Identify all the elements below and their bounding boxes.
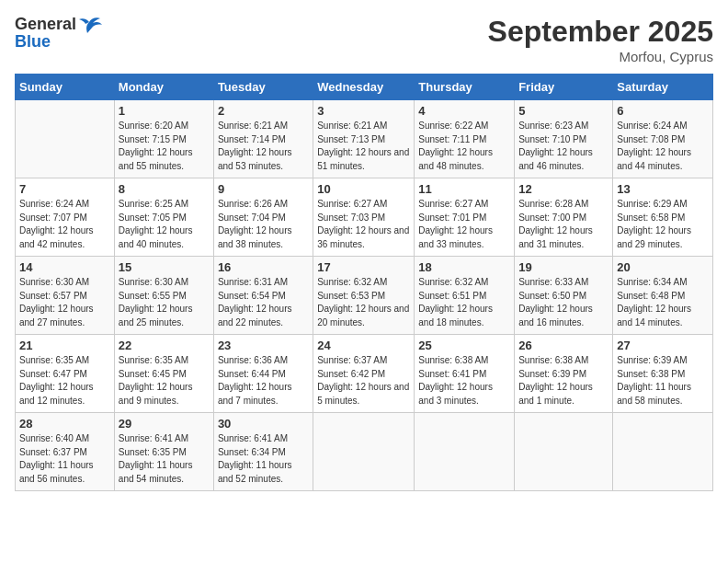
calendar-cell: 15Sunrise: 6:30 AMSunset: 6:55 PMDayligh… — [114, 257, 213, 335]
sunset-text: Sunset: 7:14 PM — [218, 133, 309, 147]
day-info: Sunrise: 6:35 AMSunset: 6:45 PMDaylight:… — [119, 354, 210, 408]
day-info: Sunrise: 6:26 AMSunset: 7:04 PMDaylight:… — [218, 198, 309, 251]
calendar-cell — [613, 413, 713, 491]
daylight-text: Daylight: 12 hours and 9 minutes. — [119, 381, 210, 408]
sunset-text: Sunset: 6:47 PM — [19, 368, 110, 382]
day-number: 27 — [617, 339, 709, 352]
day-number: 23 — [218, 339, 309, 352]
sunrise-text: Sunrise: 6:29 AM — [617, 198, 709, 212]
sunrise-text: Sunrise: 6:32 AM — [317, 276, 410, 290]
day-info: Sunrise: 6:37 AMSunset: 6:42 PMDaylight:… — [317, 354, 410, 408]
calendar-cell: 2Sunrise: 6:21 AMSunset: 7:14 PMDaylight… — [213, 100, 313, 178]
calendar-cell: 28Sunrise: 6:40 AMSunset: 6:37 PMDayligh… — [16, 413, 115, 491]
day-info: Sunrise: 6:32 AMSunset: 6:51 PMDaylight:… — [418, 276, 510, 329]
daylight-text: Daylight: 12 hours and 36 minutes. — [317, 224, 410, 251]
day-number: 30 — [218, 417, 309, 431]
sunrise-text: Sunrise: 6:41 AM — [119, 432, 210, 446]
day-info: Sunrise: 6:21 AMSunset: 7:14 PMDaylight:… — [218, 120, 309, 173]
calendar-cell: 20Sunrise: 6:34 AMSunset: 6:48 PMDayligh… — [613, 257, 713, 335]
sunrise-text: Sunrise: 6:23 AM — [518, 120, 609, 133]
calendar-cell: 7Sunrise: 6:24 AMSunset: 7:07 PMDaylight… — [16, 178, 115, 257]
sunrise-text: Sunrise: 6:28 AM — [518, 198, 609, 212]
calendar-cell: 4Sunrise: 6:22 AMSunset: 7:11 PMDaylight… — [415, 100, 515, 178]
daylight-text: Daylight: 11 hours and 54 minutes. — [119, 459, 210, 486]
sunset-text: Sunset: 6:41 PM — [418, 368, 510, 382]
daylight-text: Daylight: 12 hours and 25 minutes. — [119, 303, 210, 329]
day-number: 8 — [119, 182, 210, 196]
calendar-cell: 17Sunrise: 6:32 AMSunset: 6:53 PMDayligh… — [313, 257, 415, 335]
daylight-text: Daylight: 12 hours and 18 minutes. — [418, 303, 510, 329]
sunrise-text: Sunrise: 6:33 AM — [518, 276, 609, 290]
day-number: 10 — [317, 182, 410, 196]
sunrise-text: Sunrise: 6:30 AM — [19, 276, 110, 290]
sunset-text: Sunset: 7:00 PM — [518, 212, 609, 225]
day-info: Sunrise: 6:38 AMSunset: 6:41 PMDaylight:… — [418, 354, 510, 408]
sunset-text: Sunset: 6:48 PM — [617, 290, 709, 304]
day-info: Sunrise: 6:27 AMSunset: 7:03 PMDaylight:… — [317, 198, 410, 251]
sunrise-text: Sunrise: 6:35 AM — [19, 354, 110, 368]
day-info: Sunrise: 6:20 AMSunset: 7:15 PMDaylight:… — [119, 120, 210, 173]
sunrise-text: Sunrise: 6:38 AM — [518, 354, 609, 368]
sunset-text: Sunset: 7:15 PM — [119, 133, 210, 147]
sunrise-text: Sunrise: 6:34 AM — [617, 276, 709, 290]
sunset-text: Sunset: 6:38 PM — [617, 368, 709, 382]
day-info: Sunrise: 6:35 AMSunset: 6:47 PMDaylight:… — [19, 354, 110, 408]
calendar-cell: 9Sunrise: 6:26 AMSunset: 7:04 PMDaylight… — [213, 178, 313, 257]
sunrise-text: Sunrise: 6:31 AM — [218, 276, 309, 290]
sunrise-text: Sunrise: 6:40 AM — [19, 432, 110, 446]
day-info: Sunrise: 6:33 AMSunset: 6:50 PMDaylight:… — [518, 276, 609, 329]
day-info: Sunrise: 6:40 AMSunset: 6:37 PMDaylight:… — [19, 432, 110, 486]
calendar-cell: 19Sunrise: 6:33 AMSunset: 6:50 PMDayligh… — [515, 257, 613, 335]
day-header-wednesday: Wednesday — [313, 75, 415, 100]
sunset-text: Sunset: 7:07 PM — [19, 212, 110, 225]
day-number: 20 — [617, 260, 709, 274]
calendar-cell: 8Sunrise: 6:25 AMSunset: 7:05 PMDaylight… — [114, 178, 213, 257]
day-info: Sunrise: 6:41 AMSunset: 6:35 PMDaylight:… — [119, 432, 210, 486]
sunset-text: Sunset: 6:39 PM — [518, 368, 609, 382]
header-row: SundayMondayTuesdayWednesdayThursdayFrid… — [16, 75, 713, 100]
sunrise-text: Sunrise: 6:39 AM — [617, 354, 709, 368]
week-row-2: 7Sunrise: 6:24 AMSunset: 7:07 PMDaylight… — [16, 178, 713, 257]
daylight-text: Daylight: 12 hours and 27 minutes. — [19, 303, 110, 329]
title-block: September 2025 Morfou, Cyprus — [488, 15, 713, 64]
sunset-text: Sunset: 6:35 PM — [119, 446, 210, 460]
day-number: 2 — [218, 104, 309, 118]
day-number: 6 — [617, 104, 709, 118]
week-row-4: 21Sunrise: 6:35 AMSunset: 6:47 PMDayligh… — [16, 335, 713, 413]
calendar-cell: 25Sunrise: 6:38 AMSunset: 6:41 PMDayligh… — [415, 335, 515, 413]
calendar-cell: 5Sunrise: 6:23 AMSunset: 7:10 PMDaylight… — [515, 100, 613, 178]
day-info: Sunrise: 6:23 AMSunset: 7:10 PMDaylight:… — [518, 120, 609, 173]
sunset-text: Sunset: 7:05 PM — [119, 212, 210, 225]
sunset-text: Sunset: 6:53 PM — [317, 290, 410, 304]
day-info: Sunrise: 6:21 AMSunset: 7:13 PMDaylight:… — [317, 120, 410, 173]
day-number: 14 — [19, 260, 110, 274]
daylight-text: Daylight: 12 hours and 5 minutes. — [317, 381, 410, 408]
sunrise-text: Sunrise: 6:20 AM — [119, 120, 210, 133]
day-info: Sunrise: 6:41 AMSunset: 6:34 PMDaylight:… — [218, 432, 309, 486]
day-info: Sunrise: 6:36 AMSunset: 6:44 PMDaylight:… — [218, 354, 309, 408]
sunrise-text: Sunrise: 6:41 AM — [218, 432, 309, 446]
sunset-text: Sunset: 7:13 PM — [317, 133, 410, 147]
calendar-cell: 26Sunrise: 6:38 AMSunset: 6:39 PMDayligh… — [515, 335, 613, 413]
day-number: 18 — [418, 260, 510, 274]
day-info: Sunrise: 6:32 AMSunset: 6:53 PMDaylight:… — [317, 276, 410, 329]
sunset-text: Sunset: 6:34 PM — [218, 446, 309, 460]
sunrise-text: Sunrise: 6:30 AM — [119, 276, 210, 290]
calendar-cell: 12Sunrise: 6:28 AMSunset: 7:00 PMDayligh… — [515, 178, 613, 257]
sunrise-text: Sunrise: 6:37 AM — [317, 354, 410, 368]
daylight-text: Daylight: 12 hours and 48 minutes. — [418, 146, 510, 173]
sunrise-text: Sunrise: 6:21 AM — [317, 120, 410, 133]
sunrise-text: Sunrise: 6:24 AM — [19, 198, 110, 212]
sunset-text: Sunset: 6:54 PM — [218, 290, 309, 304]
calendar-cell: 13Sunrise: 6:29 AMSunset: 6:58 PMDayligh… — [613, 178, 713, 257]
daylight-text: Daylight: 12 hours and 7 minutes. — [218, 381, 309, 408]
daylight-text: Daylight: 11 hours and 56 minutes. — [19, 459, 110, 486]
sunset-text: Sunset: 6:58 PM — [617, 212, 709, 225]
calendar-cell: 29Sunrise: 6:41 AMSunset: 6:35 PMDayligh… — [114, 413, 213, 491]
day-info: Sunrise: 6:25 AMSunset: 7:05 PMDaylight:… — [119, 198, 210, 251]
day-number: 21 — [19, 339, 110, 352]
sunrise-text: Sunrise: 6:27 AM — [418, 198, 510, 212]
daylight-text: Daylight: 12 hours and 29 minutes. — [617, 224, 709, 251]
calendar-cell: 18Sunrise: 6:32 AMSunset: 6:51 PMDayligh… — [415, 257, 515, 335]
calendar-cell: 30Sunrise: 6:41 AMSunset: 6:34 PMDayligh… — [213, 413, 313, 491]
